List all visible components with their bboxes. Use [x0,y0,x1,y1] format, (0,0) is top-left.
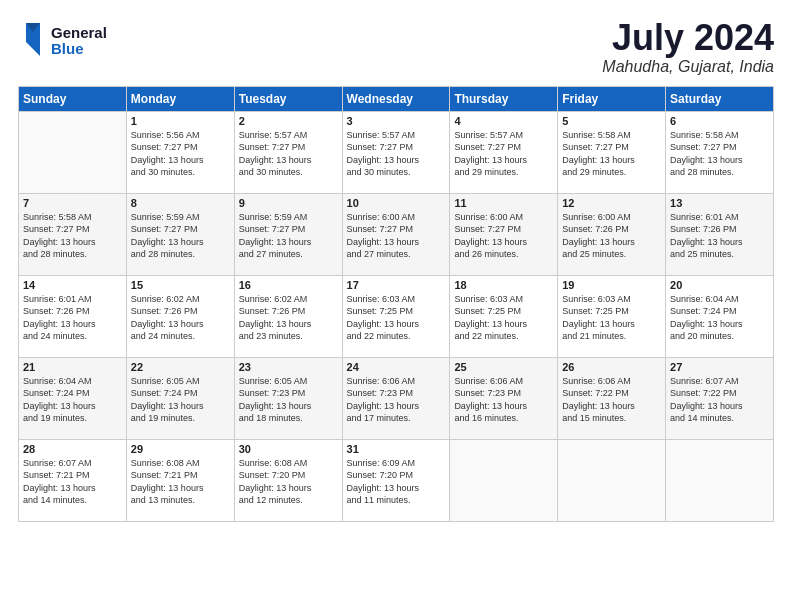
calendar-cell: 19Sunrise: 6:03 AMSunset: 7:25 PMDayligh… [558,275,666,357]
cell-info: Sunrise: 6:04 AMSunset: 7:24 PMDaylight:… [670,293,769,343]
day-number: 25 [454,361,553,373]
calendar-cell [558,439,666,521]
calendar-cell: 16Sunrise: 6:02 AMSunset: 7:26 PMDayligh… [234,275,342,357]
calendar-week-4: 28Sunrise: 6:07 AMSunset: 7:21 PMDayligh… [19,439,774,521]
day-number: 30 [239,443,338,455]
calendar-cell: 2Sunrise: 5:57 AMSunset: 7:27 PMDaylight… [234,111,342,193]
calendar-cell: 23Sunrise: 6:05 AMSunset: 7:23 PMDayligh… [234,357,342,439]
cell-info: Sunrise: 6:06 AMSunset: 7:23 PMDaylight:… [454,375,553,425]
calendar-cell: 30Sunrise: 6:08 AMSunset: 7:20 PMDayligh… [234,439,342,521]
calendar-table: Sunday Monday Tuesday Wednesday Thursday… [18,86,774,522]
calendar-cell: 20Sunrise: 6:04 AMSunset: 7:24 PMDayligh… [666,275,774,357]
calendar-week-1: 7Sunrise: 5:58 AMSunset: 7:27 PMDaylight… [19,193,774,275]
day-number: 9 [239,197,338,209]
day-number: 23 [239,361,338,373]
calendar-cell: 22Sunrise: 6:05 AMSunset: 7:24 PMDayligh… [126,357,234,439]
month-title: July 2024 [602,18,774,58]
title-area: July 2024 Mahudha, Gujarat, India [602,18,774,76]
cell-info: Sunrise: 5:59 AMSunset: 7:27 PMDaylight:… [131,211,230,261]
day-number: 15 [131,279,230,291]
day-number: 18 [454,279,553,291]
cell-info: Sunrise: 6:00 AMSunset: 7:27 PMDaylight:… [454,211,553,261]
svg-text:Blue: Blue [51,40,84,57]
day-number: 24 [347,361,446,373]
calendar-cell: 18Sunrise: 6:03 AMSunset: 7:25 PMDayligh… [450,275,558,357]
cell-info: Sunrise: 5:58 AMSunset: 7:27 PMDaylight:… [670,129,769,179]
day-number: 26 [562,361,661,373]
day-number: 3 [347,115,446,127]
day-number: 11 [454,197,553,209]
calendar-week-3: 21Sunrise: 6:04 AMSunset: 7:24 PMDayligh… [19,357,774,439]
calendar-cell: 24Sunrise: 6:06 AMSunset: 7:23 PMDayligh… [342,357,450,439]
calendar-cell [19,111,127,193]
day-number: 2 [239,115,338,127]
logo: General Blue [18,18,128,67]
day-number: 13 [670,197,769,209]
calendar-cell: 13Sunrise: 6:01 AMSunset: 7:26 PMDayligh… [666,193,774,275]
page-header: General Blue July 2024 Mahudha, Gujarat,… [18,18,774,76]
calendar-cell: 10Sunrise: 6:00 AMSunset: 7:27 PMDayligh… [342,193,450,275]
cell-info: Sunrise: 6:06 AMSunset: 7:22 PMDaylight:… [562,375,661,425]
day-number: 28 [23,443,122,455]
day-number: 14 [23,279,122,291]
cell-info: Sunrise: 6:06 AMSunset: 7:23 PMDaylight:… [347,375,446,425]
cell-info: Sunrise: 6:03 AMSunset: 7:25 PMDaylight:… [454,293,553,343]
calendar-cell: 11Sunrise: 6:00 AMSunset: 7:27 PMDayligh… [450,193,558,275]
location: Mahudha, Gujarat, India [602,58,774,76]
cell-info: Sunrise: 6:08 AMSunset: 7:20 PMDaylight:… [239,457,338,507]
day-number: 1 [131,115,230,127]
cell-info: Sunrise: 6:08 AMSunset: 7:21 PMDaylight:… [131,457,230,507]
calendar-cell: 26Sunrise: 6:06 AMSunset: 7:22 PMDayligh… [558,357,666,439]
cell-info: Sunrise: 6:03 AMSunset: 7:25 PMDaylight:… [347,293,446,343]
cell-info: Sunrise: 5:59 AMSunset: 7:27 PMDaylight:… [239,211,338,261]
calendar-cell: 6Sunrise: 5:58 AMSunset: 7:27 PMDaylight… [666,111,774,193]
calendar-cell: 12Sunrise: 6:00 AMSunset: 7:26 PMDayligh… [558,193,666,275]
day-number: 12 [562,197,661,209]
cell-info: Sunrise: 5:57 AMSunset: 7:27 PMDaylight:… [454,129,553,179]
day-number: 7 [23,197,122,209]
day-number: 22 [131,361,230,373]
cell-info: Sunrise: 6:05 AMSunset: 7:24 PMDaylight:… [131,375,230,425]
day-number: 10 [347,197,446,209]
day-number: 19 [562,279,661,291]
day-number: 21 [23,361,122,373]
calendar-cell: 17Sunrise: 6:03 AMSunset: 7:25 PMDayligh… [342,275,450,357]
cell-info: Sunrise: 5:56 AMSunset: 7:27 PMDaylight:… [131,129,230,179]
calendar-cell: 28Sunrise: 6:07 AMSunset: 7:21 PMDayligh… [19,439,127,521]
col-thursday: Thursday [450,86,558,111]
calendar-cell: 31Sunrise: 6:09 AMSunset: 7:20 PMDayligh… [342,439,450,521]
calendar-cell: 8Sunrise: 5:59 AMSunset: 7:27 PMDaylight… [126,193,234,275]
calendar-cell: 27Sunrise: 6:07 AMSunset: 7:22 PMDayligh… [666,357,774,439]
calendar-week-0: 1Sunrise: 5:56 AMSunset: 7:27 PMDaylight… [19,111,774,193]
day-number: 8 [131,197,230,209]
cell-info: Sunrise: 5:58 AMSunset: 7:27 PMDaylight:… [562,129,661,179]
col-tuesday: Tuesday [234,86,342,111]
day-number: 4 [454,115,553,127]
cell-info: Sunrise: 5:58 AMSunset: 7:27 PMDaylight:… [23,211,122,261]
cell-info: Sunrise: 6:03 AMSunset: 7:25 PMDaylight:… [562,293,661,343]
day-number: 20 [670,279,769,291]
cell-info: Sunrise: 6:02 AMSunset: 7:26 PMDaylight:… [131,293,230,343]
cell-info: Sunrise: 6:05 AMSunset: 7:23 PMDaylight:… [239,375,338,425]
cell-info: Sunrise: 6:01 AMSunset: 7:26 PMDaylight:… [23,293,122,343]
col-friday: Friday [558,86,666,111]
day-number: 5 [562,115,661,127]
day-number: 29 [131,443,230,455]
calendar-cell [666,439,774,521]
col-saturday: Saturday [666,86,774,111]
day-number: 16 [239,279,338,291]
logo-text: General Blue [18,18,128,67]
calendar-cell: 21Sunrise: 6:04 AMSunset: 7:24 PMDayligh… [19,357,127,439]
calendar-cell [450,439,558,521]
cell-info: Sunrise: 5:57 AMSunset: 7:27 PMDaylight:… [239,129,338,179]
calendar-cell: 9Sunrise: 5:59 AMSunset: 7:27 PMDaylight… [234,193,342,275]
day-number: 17 [347,279,446,291]
svg-text:General: General [51,24,107,41]
cell-info: Sunrise: 6:04 AMSunset: 7:24 PMDaylight:… [23,375,122,425]
calendar-cell: 7Sunrise: 5:58 AMSunset: 7:27 PMDaylight… [19,193,127,275]
col-monday: Monday [126,86,234,111]
calendar-cell: 29Sunrise: 6:08 AMSunset: 7:21 PMDayligh… [126,439,234,521]
cell-info: Sunrise: 6:07 AMSunset: 7:21 PMDaylight:… [23,457,122,507]
cell-info: Sunrise: 6:00 AMSunset: 7:27 PMDaylight:… [347,211,446,261]
col-sunday: Sunday [19,86,127,111]
